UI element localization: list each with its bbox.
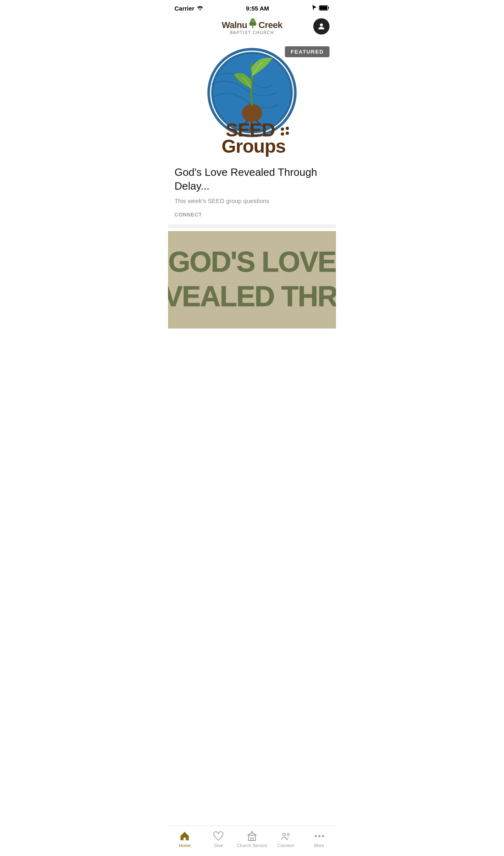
status-indicators: [312, 5, 330, 12]
app-logo: Walnu Creek Baptist Church: [191, 17, 313, 35]
section-divider: [168, 225, 336, 228]
wifi-icon: [197, 5, 203, 12]
logo-walnut: Walnu: [222, 20, 247, 30]
tab-bar-spacer: [168, 329, 336, 361]
article-subtitle: This week's SEED group questions: [174, 197, 330, 204]
svg-point-7: [251, 18, 255, 23]
gods-love-svg: GOD'S LOVE GOD'S LOVE REVEALED THROU REV…: [168, 231, 336, 329]
featured-area: FEATURED: [168, 40, 336, 158]
second-card-image: GOD'S LOVE GOD'S LOVE REVEALED THROU REV…: [168, 231, 336, 329]
location-icon: [312, 5, 317, 12]
status-bar: Carrier 9:55 AM: [168, 0, 336, 14]
article-title[interactable]: God's Love Revealed Through Delay...: [174, 166, 330, 193]
logo-subtitle: Baptist Church: [230, 30, 274, 35]
carrier-text: Carrier: [174, 5, 194, 12]
svg-rect-20: [168, 231, 336, 329]
svg-point-8: [320, 23, 323, 26]
seed-groups-svg: SEED Groups: [191, 44, 313, 158]
status-carrier: Carrier: [174, 5, 203, 12]
svg-point-5: [249, 22, 253, 26]
svg-point-0: [200, 9, 201, 11]
profile-button[interactable]: [313, 18, 330, 35]
svg-point-16: [281, 132, 284, 136]
svg-point-17: [286, 132, 289, 135]
app-header: Walnu Creek Baptist Church: [168, 14, 336, 40]
article-content: God's Love Revealed Through Delay... Thi…: [168, 158, 336, 225]
article-category: CONNECT: [174, 212, 202, 218]
svg-point-15: [286, 127, 289, 130]
logo-creek: Creek: [258, 20, 282, 30]
battery-icon: [319, 5, 330, 12]
svg-point-6: [253, 22, 256, 26]
featured-badge: FEATURED: [285, 46, 330, 57]
second-article-card[interactable]: GOD'S LOVE GOD'S LOVE REVEALED THROU REV…: [168, 231, 336, 329]
svg-rect-2: [319, 6, 327, 10]
seed-groups-image[interactable]: SEED Groups: [187, 44, 317, 158]
logo-tree-icon: [247, 17, 258, 30]
svg-point-14: [281, 128, 284, 131]
status-time: 9:55 AM: [246, 5, 269, 12]
svg-text:Groups: Groups: [222, 136, 286, 157]
